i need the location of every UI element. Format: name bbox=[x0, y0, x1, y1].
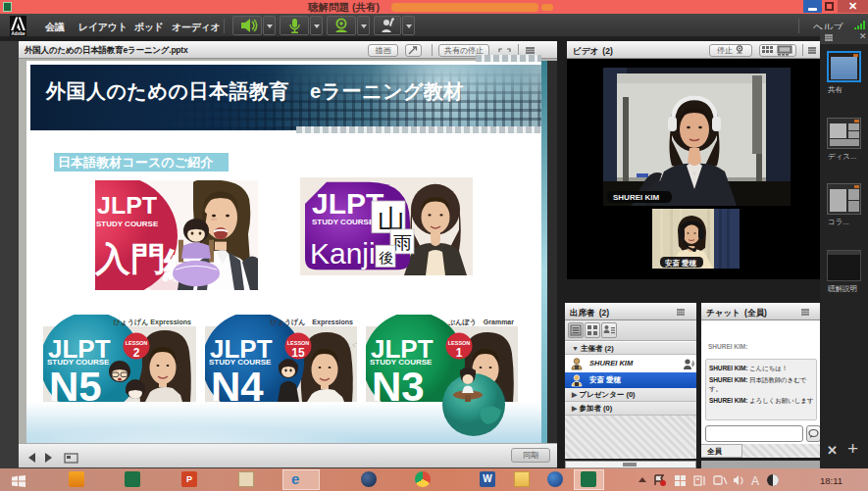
svg-text:2: 2 bbox=[133, 346, 140, 360]
svg-text:A: A bbox=[751, 474, 759, 487]
svg-text:Kanji: Kanji bbox=[310, 238, 376, 270]
svg-text:15: 15 bbox=[291, 346, 305, 360]
svg-text:雨: 雨 bbox=[393, 232, 412, 253]
svg-text:JLPT: JLPT bbox=[97, 193, 157, 219]
svg-text:1: 1 bbox=[456, 346, 463, 360]
svg-text:ひょうげん Expressions: ひょうげん Expressions bbox=[270, 319, 354, 326]
svg-text:STUDY COURSE: STUDY COURSE bbox=[96, 221, 158, 229]
svg-text:STUDY COURSE: STUDY COURSE bbox=[312, 218, 374, 226]
svg-text:Adobe: Adobe bbox=[12, 31, 26, 36]
svg-text:安斎 愛穂: 安斎 愛穂 bbox=[665, 259, 697, 268]
svg-text:後: 後 bbox=[379, 250, 393, 266]
svg-text:入門: 入門 bbox=[95, 240, 166, 277]
svg-text:ひょうげん Expressions: ひょうげん Expressions bbox=[113, 319, 192, 326]
svg-text:SHUREI KIM: SHUREI KIM bbox=[613, 193, 659, 202]
svg-text:ぶんぽう Grammar: ぶんぽう Grammar bbox=[447, 319, 514, 326]
svg-text:N5: N5 bbox=[49, 364, 102, 402]
svg-text:N3: N3 bbox=[372, 364, 425, 410]
svg-text:N4: N4 bbox=[211, 364, 264, 402]
